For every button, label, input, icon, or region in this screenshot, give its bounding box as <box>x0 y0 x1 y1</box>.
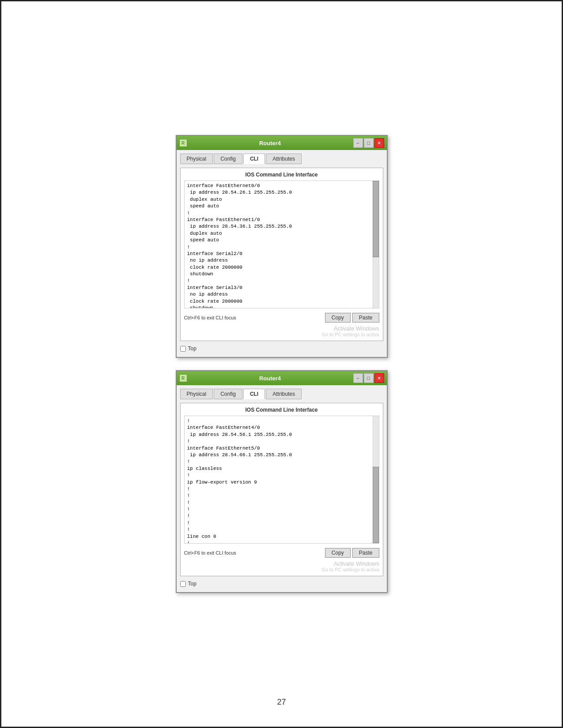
window2-cli-hint: Ctrl+F6 to exit CLI focus <box>184 550 236 555</box>
window2-top-label: Top <box>188 581 196 587</box>
window2-minimize-button[interactable]: − <box>353 373 363 383</box>
window2-cli-output-wrapper: ! interface FastEthernet4/0 ip address 2… <box>184 416 379 544</box>
window1-scrollbar-track[interactable] <box>373 181 379 308</box>
window1-controls: − □ ✕ <box>353 138 384 148</box>
window2-body: Physical Config CLI Attributes IOS Comma… <box>177 385 387 592</box>
window2-paste-button[interactable]: Paste <box>352 548 379 558</box>
window1-body: Physical Config CLI Attributes IOS Comma… <box>177 150 387 357</box>
window2-activate-watermark: Activate Windows <box>184 560 379 567</box>
window1-titlebar: R Router4 − □ ✕ <box>177 136 387 150</box>
window1-tab-config[interactable]: Config <box>214 154 242 164</box>
window1-cli-buttons: Copy Paste <box>325 313 379 323</box>
window2-cli-buttons: Copy Paste <box>325 548 379 558</box>
window1-tab-cli[interactable]: CLI <box>243 154 265 164</box>
window1-minimize-button[interactable]: − <box>353 138 363 148</box>
window2-top-checkbox[interactable] <box>180 581 186 587</box>
window1-cli-header: IOS Command Line Interface <box>184 172 379 178</box>
window1-icon: R <box>179 139 187 147</box>
window2-top-row: Top <box>180 579 383 589</box>
window1-maximize-button[interactable]: □ <box>364 138 374 148</box>
window2-maximize-button[interactable]: □ <box>364 373 374 383</box>
window2-controls: − □ ✕ <box>353 373 384 383</box>
window1-cli-output-wrapper: interface FastEthernet0/0 ip address 28.… <box>184 180 379 308</box>
window2-title: Router4 <box>187 375 353 382</box>
window1-close-button[interactable]: ✕ <box>374 138 384 148</box>
window2-tab-cli[interactable]: CLI <box>243 389 265 399</box>
window1-paste-button[interactable]: Paste <box>352 313 379 323</box>
window2-copy-button[interactable]: Copy <box>325 548 351 558</box>
window1-title: Router4 <box>187 140 353 146</box>
window2-cli-header: IOS Command Line Interface <box>184 407 379 413</box>
window1-top-label: Top <box>188 345 196 352</box>
window2-activate-sub: Go to PC settings to activa <box>184 567 379 572</box>
window2-icon: R <box>179 374 187 382</box>
window2: R Router4 − □ ✕ Physical Config CLI Attr… <box>176 370 388 593</box>
window1-cli-footer: Ctrl+F6 to exit CLI focus Copy Paste <box>184 311 379 324</box>
window1-top-checkbox[interactable] <box>180 346 186 352</box>
window1-cli-section: IOS Command Line Interface interface Fas… <box>180 168 383 341</box>
window1-cli-hint: Ctrl+F6 to exit CLI focus <box>184 315 236 320</box>
window2-tab-config[interactable]: Config <box>214 389 242 399</box>
window2-scrollbar-track[interactable] <box>373 416 379 543</box>
page-number: 27 <box>277 698 286 707</box>
page: R Router4 − □ ✕ Physical Config CLI Attr… <box>1 0 562 728</box>
window1-tab-attributes[interactable]: Attributes <box>266 154 302 164</box>
window1-top-row: Top <box>180 344 383 353</box>
window2-titlebar: R Router4 − □ ✕ <box>177 371 387 385</box>
window2-cli-section: IOS Command Line Interface ! interface F… <box>180 403 383 576</box>
window1-cli-output[interactable]: interface FastEthernet0/0 ip address 28.… <box>185 181 379 308</box>
window2-cli-output[interactable]: ! interface FastEthernet4/0 ip address 2… <box>185 416 379 543</box>
window1-activate-sub: Go to PC settings to activa <box>184 332 379 337</box>
window1-activate-watermark: Activate Windows <box>184 325 379 332</box>
window2-tab-physical[interactable]: Physical <box>180 389 213 399</box>
window1-copy-button[interactable]: Copy <box>325 313 351 323</box>
window2-tab-bar: Physical Config CLI Attributes <box>180 389 383 399</box>
windows-container: R Router4 − □ ✕ Physical Config CLI Attr… <box>176 135 388 593</box>
window2-tab-attributes[interactable]: Attributes <box>266 389 302 399</box>
window2-cli-footer: Ctrl+F6 to exit CLI focus Copy Paste <box>184 546 379 559</box>
window2-close-button[interactable]: ✕ <box>374 373 384 383</box>
window2-scrollbar-thumb[interactable] <box>373 467 379 543</box>
window1-tab-bar: Physical Config CLI Attributes <box>180 154 383 164</box>
window1: R Router4 − □ ✕ Physical Config CLI Attr… <box>176 135 388 358</box>
window1-tab-physical[interactable]: Physical <box>180 154 213 164</box>
window1-scrollbar-thumb[interactable] <box>373 181 379 257</box>
